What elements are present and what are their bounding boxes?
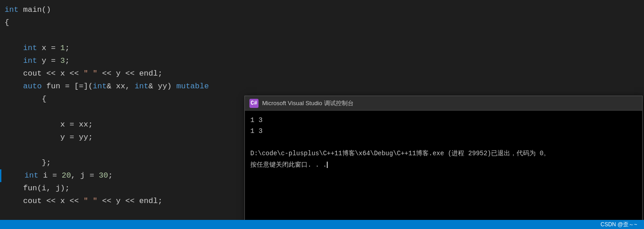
code-text: { — [5, 16, 9, 29]
code-text: & yy) — [148, 80, 176, 93]
code-number: 1 — [60, 42, 65, 55]
string-literal: " " — [83, 195, 97, 208]
code-text: cout << x << — [23, 195, 84, 208]
code-text: cout << x << — [23, 67, 84, 80]
code-indent — [5, 131, 60, 144]
code-text: , j = — [71, 169, 99, 182]
console-window: C# Microsoft Visual Studio 调试控制台 1 3 1 3… — [244, 96, 643, 229]
code-indent — [5, 182, 23, 195]
code-indent — [5, 42, 23, 55]
code-number: 30 — [99, 169, 108, 182]
keyword-int: int — [25, 169, 39, 182]
console-output-2: 1 3 — [250, 126, 637, 137]
code-indent — [6, 169, 25, 182]
code-indent — [5, 118, 60, 131]
code-indent — [5, 195, 23, 208]
code-line-1: int main() — [0, 4, 644, 16]
code-text: fun = [=]( — [42, 80, 93, 93]
code-indent — [5, 80, 23, 93]
console-app-icon: C# — [249, 99, 259, 108]
code-text: fun(i, j); — [23, 182, 70, 195]
console-output-blank — [250, 137, 637, 148]
code-indent — [5, 67, 23, 80]
code-number: 20 — [61, 169, 71, 182]
console-output-4: 按任意键关闭此窗口. . . — [250, 161, 328, 168]
code-text: x = — [37, 42, 60, 55]
code-line-4: int x = 1 ; — [0, 42, 644, 55]
keyword-auto: auto — [23, 80, 42, 93]
code-line-6: cout << x << " " << y << endl; — [0, 67, 644, 80]
console-output-3: D:\code\c-plusplus\C++11博客\x64\Debug\C++… — [250, 150, 550, 157]
code-line-7: auto fun = [=]( int & xx, int & yy) muta… — [0, 80, 644, 93]
code-text: << y << endl; — [97, 67, 162, 80]
keyword-int: int — [23, 55, 37, 67]
code-text: ; — [65, 42, 70, 55]
code-line-2: { — [0, 16, 644, 29]
code-indent — [5, 93, 42, 106]
code-text: ; — [65, 55, 70, 67]
code-text: }; — [42, 157, 51, 169]
code-text: & xx, — [106, 80, 134, 93]
bottom-bar: CSDN @歪～~ — [0, 220, 644, 229]
code-text: ; — [108, 169, 112, 182]
keyword-int: int — [23, 42, 37, 55]
code-text: i = — [38, 169, 61, 182]
console-body: 1 3 1 3 D:\code\c-plusplus\C++11博客\x64\D… — [245, 111, 642, 175]
code-line-5: int y = 3 ; — [0, 55, 644, 67]
code-text: y = — [37, 55, 60, 67]
string-literal: " " — [83, 67, 97, 80]
console-output-1: 1 3 — [250, 115, 637, 126]
bottom-bar-text: CSDN @歪～~ — [600, 221, 637, 229]
cursor — [327, 162, 328, 168]
console-titlebar: C# Microsoft Visual Studio 调试控制台 — [245, 96, 642, 111]
code-text: y = yy; — [60, 131, 92, 144]
code-text: { — [42, 93, 46, 106]
code-indent — [5, 157, 42, 169]
code-text: main() — [19, 4, 51, 16]
code-text: x = xx; — [60, 118, 92, 131]
keyword-int: int — [93, 80, 107, 93]
keyword-int: int — [5, 4, 19, 16]
code-text: << y << endl; — [97, 195, 162, 208]
keyword-int: int — [135, 80, 149, 93]
console-icon-label: C# — [251, 100, 257, 107]
console-title: Microsoft Visual Studio 调试控制台 — [262, 99, 354, 107]
keyword-mutable: mutable — [177, 80, 209, 93]
code-number: 3 — [60, 55, 65, 67]
code-indent — [5, 55, 23, 67]
code-line-3 — [0, 29, 644, 42]
